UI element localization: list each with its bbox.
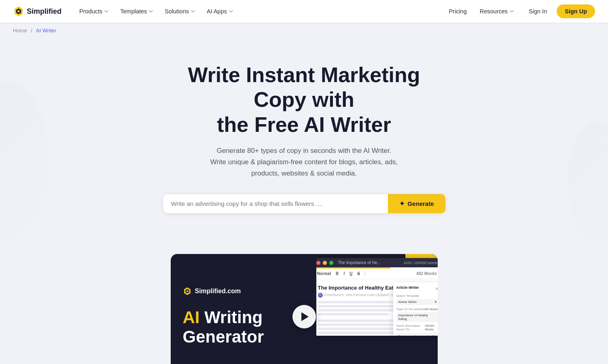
play-triangle-icon (301, 312, 309, 321)
ai-writer-panel: Article Writer ✕ Select Template Article… (393, 282, 438, 336)
ai-panel-close[interactable]: ✕ (435, 287, 438, 291)
video-section: Simplified.com AI WritingGenerator (163, 254, 446, 364)
play-button[interactable] (292, 305, 316, 328)
hero-description: Generate 80+ types of copy in seconds wi… (191, 145, 417, 179)
breadcrumb-home[interactable]: Home (13, 28, 27, 34)
video-logo-icon (183, 287, 192, 296)
ai-panel-template-chevron: ▾ (435, 300, 436, 304)
logo-text: Simplified (27, 7, 61, 16)
ai-panel-info-text: The impact of having a healthy diet, the… (396, 333, 438, 336)
generate-icon: ✦ (399, 200, 405, 207)
nav-pricing[interactable]: Pricing (444, 5, 471, 18)
breadcrumb: Home / AI Writer (0, 23, 608, 38)
ai-panel-topic-value: Importance of Healthy Eating (396, 312, 438, 322)
fmt-bold[interactable]: B (334, 271, 340, 277)
author-avatar: V (318, 293, 323, 298)
ai-panel-topic-count: 4/20 Words (423, 307, 437, 311)
hero-section: Write Instant Marketing Copy with the Fr… (0, 38, 608, 254)
fmt-normal[interactable]: Normal (316, 271, 333, 277)
video-inner: Simplified.com AI WritingGenerator (171, 254, 438, 364)
ai-panel-template-select[interactable]: Article Writer ▾ (396, 299, 438, 305)
nav-products-label: Products (79, 8, 102, 15)
signup-button[interactable]: Sign Up (557, 4, 595, 18)
doc-format-bar: Normal B I U S | 482 Words (316, 269, 438, 279)
main-nav: Simplified Products Templates Solutions … (0, 0, 608, 23)
doc-toolbar-title: The Importance of He... (338, 260, 401, 265)
nav-ai-apps-label: AI Apps (207, 8, 227, 15)
video-container: Simplified.com AI WritingGenerator (171, 254, 438, 364)
ai-panel-header: Article Writer ✕ (396, 286, 438, 292)
ai-apps-chevron-icon (229, 9, 233, 14)
generate-label: Generate (407, 200, 434, 207)
fmt-underline[interactable]: U (348, 271, 354, 277)
doc-preview: The Importance of He... 1635 / 250000 wo… (316, 258, 438, 336)
video-left: Simplified.com AI WritingGenerator (171, 254, 316, 364)
products-chevron-icon (104, 9, 109, 14)
nav-products[interactable]: Products (74, 5, 114, 18)
nav-solutions-label: Solutions (165, 8, 189, 15)
nav-links: Products Templates Solutions AI Apps (74, 5, 444, 18)
doc-line-4 (318, 313, 389, 315)
ai-panel-topic-row: Topic Of The Article 4/20 Words (396, 307, 438, 311)
video-logo-text: Simplified.com (195, 288, 241, 295)
fmt-strikethrough[interactable]: S (356, 271, 362, 277)
hero-title-line2: the Free AI Writer (217, 113, 391, 136)
nav-templates[interactable]: Templates (115, 5, 158, 18)
ai-panel-info-label: Some Information About Thi... (396, 324, 425, 331)
logo-link[interactable]: Simplified (13, 6, 61, 17)
nav-solutions[interactable]: Solutions (160, 5, 200, 18)
nav-resources[interactable]: Resources (475, 5, 519, 18)
templates-chevron-icon (148, 9, 153, 14)
generate-button[interactable]: ✦ Generate (388, 194, 445, 213)
hero-title: Write Instant Marketing Copy with the Fr… (163, 63, 446, 137)
search-input[interactable] (163, 195, 388, 213)
fmt-italic[interactable]: I (342, 271, 346, 277)
nav-ai-apps[interactable]: AI Apps (202, 5, 238, 18)
word-count: 1635 / 250000 words (403, 261, 437, 265)
doc-toolbar: The Importance of He... 1635 / 250000 wo… (316, 258, 438, 267)
solutions-chevron-icon (191, 9, 195, 14)
search-bar: ✦ Generate (163, 194, 446, 214)
dot-red (316, 261, 320, 265)
ai-panel-template-label: Select Template (396, 294, 438, 298)
video-heading-ai: AI (183, 308, 200, 327)
resources-chevron-icon (509, 9, 514, 14)
ai-panel-topic-label: Topic Of The Article (396, 307, 423, 311)
nav-resources-label: Resources (480, 8, 508, 15)
video-heading: AI WritingGenerator (183, 308, 304, 347)
doc-line-8 (318, 332, 400, 334)
ai-panel-title: Article Writer (396, 286, 419, 290)
fmt-separator: | (364, 271, 366, 276)
nav-right: Pricing Resources Sign In Sign Up (444, 4, 595, 18)
signin-button[interactable]: Sign In (522, 5, 553, 18)
breadcrumb-current: AI Writer (36, 28, 56, 34)
logo-icon (13, 6, 24, 17)
fmt-words: 482 Words (415, 271, 437, 277)
ai-panel-template-value: Article Writer (398, 300, 417, 304)
ai-panel-info-count: 29/240 Words (425, 324, 437, 331)
ai-panel-info-row: Some Information About Thi... 29/240 Wor… (396, 324, 438, 331)
breadcrumb-separator: / (31, 28, 32, 34)
video-right: The Importance of He... 1635 / 250000 wo… (316, 254, 438, 364)
dot-green (329, 261, 333, 265)
dot-yellow (323, 261, 327, 265)
nav-templates-label: Templates (120, 8, 147, 15)
hero-title-line1: Write Instant Marketing Copy with (188, 63, 420, 111)
video-logo: Simplified.com (183, 287, 304, 296)
